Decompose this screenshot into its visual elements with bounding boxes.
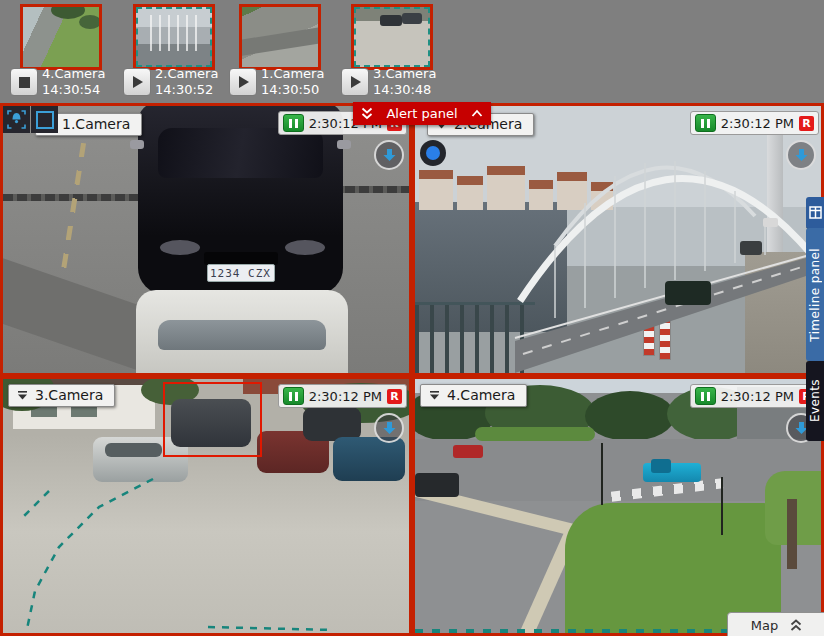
thumbnail-image-camera4[interactable] <box>20 4 102 70</box>
select-square-icon[interactable] <box>31 106 58 133</box>
tracking-toggle-button[interactable] <box>420 140 446 166</box>
thumbnail-label: 4.Camera 14:30:54 <box>42 66 105 98</box>
timeline-panel-tab[interactable]: Timeline panel <box>806 228 824 361</box>
play-button[interactable] <box>341 68 369 96</box>
map-panel-button[interactable]: Map <box>727 612 824 636</box>
camera-4-title-menu[interactable]: 4.Camera <box>420 384 527 407</box>
stop-button[interactable] <box>10 68 38 96</box>
lamp-post <box>601 443 603 505</box>
arrow-down-icon <box>795 148 808 162</box>
alert-panel-button[interactable]: Alert panel <box>353 102 491 125</box>
event-thumbnail-group: 1.Camera 14:30:50 <box>229 2 335 100</box>
alert-bell-icon[interactable] <box>3 106 30 133</box>
timeline-panel-label: Timeline panel <box>808 248 822 342</box>
pause-button[interactable] <box>283 387 304 405</box>
dark-car <box>415 473 459 497</box>
play-button[interactable] <box>123 68 151 96</box>
track-highlight-border <box>136 7 212 67</box>
event-thumbnail-group: 3.Camera 14:30:48 <box>341 2 447 100</box>
layout-grid-icon <box>809 206 822 219</box>
lamp-post <box>721 477 723 535</box>
event-thumbnail-group: 2.Camera 14:30:52 <box>123 2 229 100</box>
camera-1-video: 1234 CZX <box>3 106 409 373</box>
record-badge: R <box>799 116 814 131</box>
arrow-down-icon <box>383 148 396 162</box>
time-label: 2:30:12 PM <box>309 389 382 404</box>
scroll-down-button[interactable] <box>374 413 404 443</box>
thumbnail-label: 2.Camera 14:30:52 <box>155 66 218 98</box>
events-panel-tab[interactable]: Events <box>806 361 824 441</box>
chevron-double-up-icon <box>790 619 802 632</box>
camera-title: 4.Camera <box>447 387 515 403</box>
play-icon <box>133 76 143 88</box>
time-label: 2:30:12 PM <box>721 116 794 131</box>
pause-button[interactable] <box>283 114 304 132</box>
thumbnail-image-camera1[interactable] <box>239 4 321 70</box>
record-badge: R <box>387 389 402 404</box>
track-highlight-border <box>354 7 430 67</box>
pause-button[interactable] <box>695 387 716 405</box>
thumbnail-label: 3.Camera 14:30:48 <box>373 66 436 98</box>
chevron-up-icon <box>471 109 483 118</box>
surveillance-app: 4.Camera 14:30:54 2.Camera 14:30:52 1.Ca… <box>0 0 824 636</box>
scroll-down-button[interactable] <box>786 140 816 170</box>
white-car <box>136 290 348 376</box>
collapse-arrow-icon <box>17 391 28 400</box>
chevron-double-down-icon <box>361 107 373 120</box>
tree <box>79 15 101 29</box>
map-panel-label: Map <box>751 618 778 633</box>
thumbnail-label: 1.Camera 14:30:50 <box>261 66 324 98</box>
collapse-arrow-icon <box>429 391 440 400</box>
camera-3-timestamp: 2:30:12 PM R <box>278 384 407 408</box>
license-plate: 1234 CZX <box>207 264 275 282</box>
bollard <box>787 499 797 569</box>
scroll-down-button[interactable] <box>374 140 404 170</box>
play-icon <box>239 76 249 88</box>
thumbnail-image-camera3[interactable] <box>351 4 433 70</box>
alert-panel-label: Alert panel <box>381 106 463 121</box>
camera-title: 1.Camera <box>62 116 130 132</box>
events-panel-label: Events <box>808 379 822 422</box>
arrow-down-icon <box>383 421 396 435</box>
camera-2-video <box>415 106 821 373</box>
bridge-structure <box>415 106 821 373</box>
crosswalk-band <box>239 25 321 56</box>
median-strip <box>475 427 595 441</box>
camera-tile-2[interactable]: 2.Camera 2:30:12 PM R <box>412 103 824 376</box>
camera-2-timestamp: 2:30:12 PM R <box>690 111 819 135</box>
pause-button[interactable] <box>695 114 716 132</box>
windshield <box>158 128 323 178</box>
camera-tile-3[interactable]: 3.Camera 2:30:12 PM R <box>0 376 412 636</box>
camera-3-video <box>3 379 409 633</box>
red-car <box>453 445 483 458</box>
side-mirror <box>337 140 351 149</box>
thumbnail-image-camera2[interactable] <box>133 4 215 70</box>
target-icon <box>426 146 440 160</box>
camera-tile-1[interactable]: 1234 CZX 1.Camera <box>0 103 412 376</box>
layout-panel-tab[interactable] <box>806 197 824 229</box>
side-mirror <box>130 140 144 149</box>
truck-cab <box>651 459 671 473</box>
camera-4-video <box>415 379 821 633</box>
camera-title: 3.Camera <box>35 387 103 403</box>
camera-tile-4[interactable]: 4.Camera 2:30:12 PM R <box>412 376 824 636</box>
tree <box>51 4 85 19</box>
headlight <box>285 240 325 255</box>
play-button[interactable] <box>229 68 257 96</box>
windshield <box>158 320 326 350</box>
time-label: 2:30:12 PM <box>721 389 794 404</box>
tree <box>585 391 675 441</box>
headlight <box>160 240 200 255</box>
event-thumbnail-strip: 4.Camera 14:30:54 2.Camera 14:30:52 1.Ca… <box>0 0 824 101</box>
stop-icon <box>19 77 30 88</box>
square-glyph <box>36 111 54 129</box>
detection-box <box>163 382 262 457</box>
camera-3-title-menu[interactable]: 3.Camera <box>8 384 115 407</box>
camera-4-timestamp: 2:30:12 PM R <box>690 384 819 408</box>
event-thumbnail-group: 4.Camera 14:30:54 <box>10 2 116 100</box>
play-icon <box>351 76 361 88</box>
teal-pickup-truck <box>643 463 701 482</box>
